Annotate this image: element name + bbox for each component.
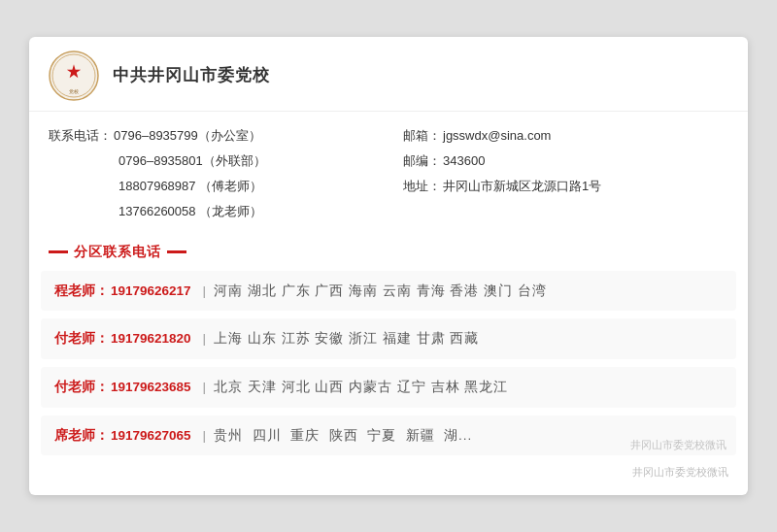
teacher-name-1: 付老师： — [54, 328, 109, 349]
header: 党校 中共井冈山市委党校 — [29, 37, 748, 112]
address-value: 井冈山市新城区龙源口路1号 — [443, 174, 601, 199]
region-item: 程老师： 19179626217 | 河南 湖北 广东 广西 海南 云南 青海 … — [41, 271, 736, 312]
region-item: 付老师： 19179621820 | 上海 山东 江苏 安徽 浙江 福建 甘肃 … — [41, 318, 736, 359]
address-label: 地址： — [403, 174, 441, 199]
divider-bar-left-icon — [49, 250, 68, 253]
teacher-name-0: 程老师： — [54, 281, 109, 302]
watermark-strip: 井冈山市委党校微讯 — [29, 463, 748, 480]
region-item: 付老师： 19179623685 | 北京 天津 河北 山西 内蒙古 辽宁 吉林… — [41, 367, 736, 408]
section-title: 分区联系电话 — [74, 244, 161, 261]
section-divider: 分区联系电话 — [29, 238, 748, 267]
separator-0: | — [203, 281, 207, 302]
separator-3: | — [203, 425, 207, 447]
watermark: 井冈山市委党校微讯 — [630, 437, 726, 454]
regions-text-1: 上海 山东 江苏 安徽 浙江 福建 甘肃 西藏 — [214, 328, 479, 349]
phone-num-1: 19179621820 — [111, 328, 191, 349]
address-row: 地址： 井冈山市新城区龙源口路1号 — [403, 174, 728, 199]
regions-text-3: 贵州 四川 重庆 陕西 宁夏 新疆 湖... — [214, 425, 472, 447]
phone-label: 联系电话： — [49, 123, 112, 149]
postcode-value: 343600 — [443, 149, 485, 174]
regions-text-0: 河南 湖北 广东 广西 海南 云南 青海 香港 澳门 台湾 — [214, 281, 547, 302]
phone-row-2: 0796–8935801（外联部） — [49, 149, 374, 174]
watermark-text: 井冈山市委党校微讯 — [632, 466, 728, 478]
email-row: 邮箱： jgsswdx@sina.com — [403, 123, 728, 149]
email-label: 邮箱： — [403, 123, 441, 149]
postcode-label: 邮编： — [403, 149, 441, 174]
divider-bar-right-icon — [167, 250, 186, 253]
phone-4: 13766260058 （龙老师） — [118, 199, 262, 224]
region-list: 程老师： 19179626217 | 河南 湖北 广东 广西 海南 云南 青海 … — [29, 271, 748, 455]
separator-2: | — [203, 377, 207, 398]
contact-section: 联系电话： 0796–8935799（办公室） 0796–8935801（外联部… — [29, 112, 748, 234]
teacher-name-3: 席老师： — [54, 425, 109, 447]
phone-row-1: 联系电话： 0796–8935799（办公室） — [49, 123, 374, 149]
phone-1: 0796–8935799（办公室） — [114, 123, 261, 149]
email-value: jgsswdx@sina.com — [443, 123, 551, 149]
org-title: 中共井冈山市委党校 — [113, 64, 270, 86]
phone-2: 0796–8935801（外联部） — [118, 149, 266, 174]
postcode-row: 邮编： 343600 — [403, 149, 728, 174]
svg-text:党校: 党校 — [69, 88, 79, 94]
region-item: 席老师： 19179627065 | 贵州 四川 重庆 陕西 宁夏 新疆 湖..… — [41, 416, 736, 456]
phone-num-3: 19179627065 — [111, 425, 191, 447]
phone-row-3: 18807968987 （傅老师） — [49, 174, 374, 199]
phone-num-2: 19179623685 — [111, 377, 191, 398]
regions-text-2: 北京 天津 河北 山西 内蒙古 辽宁 吉林 黑龙江 — [214, 377, 508, 398]
logo: 党校 — [49, 50, 99, 101]
phone-row-4: 13766260058 （龙老师） — [49, 199, 374, 224]
main-card: 党校 中共井冈山市委党校 联系电话： 0796–8935799（办公室） 079… — [29, 37, 748, 495]
contact-left: 联系电话： 0796–8935799（办公室） 0796–8935801（外联部… — [49, 123, 374, 224]
separator-1: | — [203, 328, 207, 349]
phone-3: 18807968987 （傅老师） — [118, 174, 262, 199]
teacher-name-2: 付老师： — [54, 377, 109, 398]
phone-num-0: 19179626217 — [111, 281, 191, 302]
contact-right: 邮箱： jgsswdx@sina.com 邮编： 343600 地址： 井冈山市… — [403, 123, 728, 224]
